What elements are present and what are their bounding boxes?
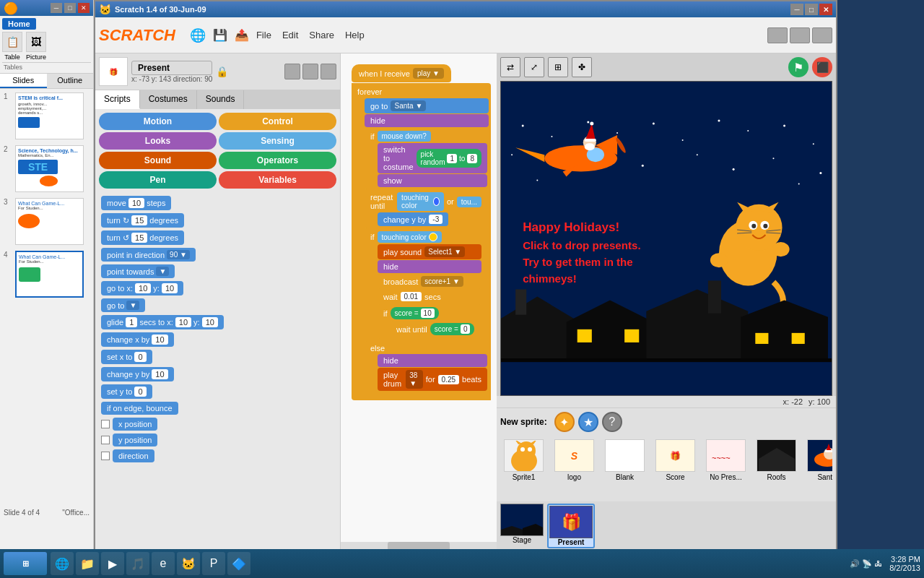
block-change-y[interactable]: change y by 10 — [101, 367, 334, 381]
sprite-santa[interactable]: Santa — [803, 436, 832, 485]
slide-1[interactable]: 1 STEM is critical f... growth, innov...… — [4, 92, 90, 139]
sprite-score[interactable]: 🎁 Score — [652, 436, 699, 485]
menu-edit[interactable]: Edit — [282, 30, 298, 40]
layout-btn-1[interactable] — [767, 27, 788, 43]
slide-2[interactable]: 2 Science, Technology, h... Mathematics,… — [4, 145, 90, 192]
sprite-sprite1[interactable]: Sprite1 — [500, 436, 547, 485]
block-direction[interactable]: direction — [101, 449, 334, 462]
arrows-icon[interactable]: ⇄ — [500, 57, 520, 77]
direction-checkbox[interactable] — [101, 452, 110, 460]
block-broadcast[interactable]: broadcast score+1 ▼ — [378, 274, 481, 289]
block-glide[interactable]: glide 1 secs to x: 10 y: 10 — [101, 315, 334, 329]
block-hide-1[interactable]: hide — [365, 114, 489, 127]
lock-icon[interactable]: 🔒 — [216, 66, 228, 77]
stage-thumb-area[interactable]: Stage — [500, 504, 544, 548]
maximize-button[interactable]: □ — [805, 4, 818, 15]
block-if-mousedown[interactable]: if mouse down? switch to costume pick ra… — [365, 128, 489, 189]
menu-help[interactable]: Help — [345, 30, 365, 40]
sprite-blank[interactable]: Blank — [601, 436, 648, 485]
block-change-y-neg3[interactable]: change y by -3 — [378, 212, 448, 226]
layout-btn-3[interactable] — [812, 27, 832, 43]
tab-slides[interactable]: Slides — [0, 74, 47, 88]
sprite-nopres[interactable]: ~~~~ No Pres... — [702, 436, 749, 485]
start-button[interactable]: ⊞ — [4, 552, 47, 575]
block-move[interactable]: move 10 steps — [101, 196, 334, 210]
stop-button[interactable]: ⬛ — [812, 57, 832, 77]
block-else[interactable]: else hide play drum 38 ▼ — [365, 341, 489, 392]
block-change-x[interactable]: change x by 10 — [101, 332, 334, 347]
block-ypos[interactable]: y position — [101, 434, 334, 447]
cat-variables[interactable]: Variables — [219, 171, 336, 189]
share-icon[interactable]: 📤 — [235, 28, 249, 42]
taskbar-explorer[interactable]: 📁 — [76, 552, 99, 575]
cat-pen[interactable]: Pen — [99, 171, 217, 189]
expand-icon[interactable]: ⤢ — [524, 57, 544, 77]
tab-costumes[interactable]: Costumes — [140, 90, 197, 109]
block-turn-right[interactable]: turn ↻ 15 degrees — [101, 213, 334, 228]
taskbar-media[interactable]: ▶ — [101, 552, 124, 575]
tab-scripts[interactable]: Scripts — [95, 90, 140, 109]
block-play-drum[interactable]: play drum 38 ▼ for 0.25 beats — [378, 368, 487, 391]
cat-looks[interactable]: Looks — [99, 132, 217, 150]
ppt-slides-outline-tabs[interactable]: Slides Outline — [0, 74, 93, 89]
cat-sound[interactable]: Sound — [99, 152, 217, 169]
globe-icon[interactable]: 🌐 — [190, 27, 206, 43]
block-point-direction[interactable]: point in direction 90 ▼ — [101, 248, 334, 262]
block-wait-until[interactable]: wait until score = 0 — [391, 321, 480, 337]
add-sprite-paint[interactable]: ✦ — [554, 412, 575, 432]
taskbar-ie2[interactable]: e — [152, 552, 175, 575]
cat-operators[interactable]: Operators — [219, 152, 336, 169]
block-xpos[interactable]: x position — [101, 418, 334, 431]
view-btn-2[interactable] — [302, 64, 318, 79]
cat-control[interactable]: Control — [219, 113, 336, 130]
menu-file[interactable]: File — [256, 30, 271, 40]
minimize-button[interactable]: ─ — [790, 4, 803, 15]
block-hide-2[interactable]: hide — [378, 260, 481, 273]
view-btn-1[interactable] — [284, 64, 300, 79]
add-sprite-file[interactable]: ? — [602, 412, 622, 432]
block-turn-left[interactable]: turn ↺ 15 degrees — [101, 230, 334, 245]
tab-outline[interactable]: Outline — [47, 74, 94, 88]
block-set-y[interactable]: set y to 0 — [101, 384, 334, 399]
taskbar-windows-media[interactable]: 🎵 — [126, 552, 149, 575]
block-if-touching[interactable]: if touching color play sound — [365, 228, 483, 340]
block-wait[interactable]: wait 0.01 secs — [378, 290, 481, 303]
present-thumb-active[interactable]: 🎁 Present — [547, 504, 595, 548]
menu-share[interactable]: Share — [309, 30, 334, 40]
slide-4[interactable]: 4 What Can Game-L... For Studen... — [4, 251, 90, 298]
taskbar-powerpoint[interactable]: P — [202, 552, 225, 575]
block-bounce[interactable]: if on edge, bounce — [101, 402, 334, 415]
block-goto-xy[interactable]: go to x: 10 y: 10 — [101, 281, 334, 296]
block-show[interactable]: show — [378, 174, 487, 187]
block-repeat-until[interactable]: repeat until touching color or tou... — [365, 189, 489, 228]
block-hide-3[interactable]: hide — [378, 354, 487, 367]
sprite-logo[interactable]: S logo — [551, 436, 598, 485]
add-sprite-random[interactable]: ★ — [578, 412, 598, 432]
block-play-sound[interactable]: play sound Select1 ▼ — [378, 244, 481, 259]
block-goto-santa[interactable]: go to Santa ▼ — [365, 98, 489, 113]
block-goto[interactable]: go to ▼ — [101, 298, 334, 312]
view-btn-3[interactable] — [321, 64, 336, 79]
xpos-checkbox[interactable] — [101, 420, 110, 428]
save-icon[interactable]: 💾 — [213, 28, 227, 42]
shrink-icon[interactable]: ⊞ — [548, 57, 568, 77]
script-area[interactable]: when I receive play ▼ forever go to Sant… — [341, 53, 497, 551]
layout-btn-2[interactable] — [790, 27, 810, 43]
ypos-checkbox[interactable] — [101, 436, 110, 444]
sprite-roofs[interactable]: Roofs — [753, 436, 800, 485]
taskbar-ie[interactable]: 🌐 — [51, 552, 74, 575]
taskbar-scratch[interactable]: 🐱 — [177, 552, 200, 575]
block-set-x[interactable]: set x to 0 — [101, 350, 334, 364]
block-point-towards[interactable]: point towards ▼ — [101, 264, 334, 278]
block-if-score[interactable]: if score = 10 wait — [378, 304, 481, 339]
fullscreen-icon[interactable]: ✤ — [572, 57, 592, 77]
close-button[interactable]: ✕ — [819, 4, 832, 15]
slide-3[interactable]: 3 What Can Game-L... For Studen... — [4, 198, 90, 245]
cat-sensing[interactable]: Sensing — [219, 132, 336, 150]
block-switch-costume[interactable]: switch to costume pick random 1 to 8 — [378, 143, 487, 173]
taskbar-misc[interactable]: 🔷 — [227, 552, 250, 575]
cat-motion[interactable]: Motion — [99, 113, 217, 130]
tab-sounds[interactable]: Sounds — [197, 90, 245, 109]
block-forever[interactable]: forever go to Santa ▼ hide — [352, 83, 491, 400]
green-flag-button[interactable]: ⚑ — [788, 57, 808, 77]
